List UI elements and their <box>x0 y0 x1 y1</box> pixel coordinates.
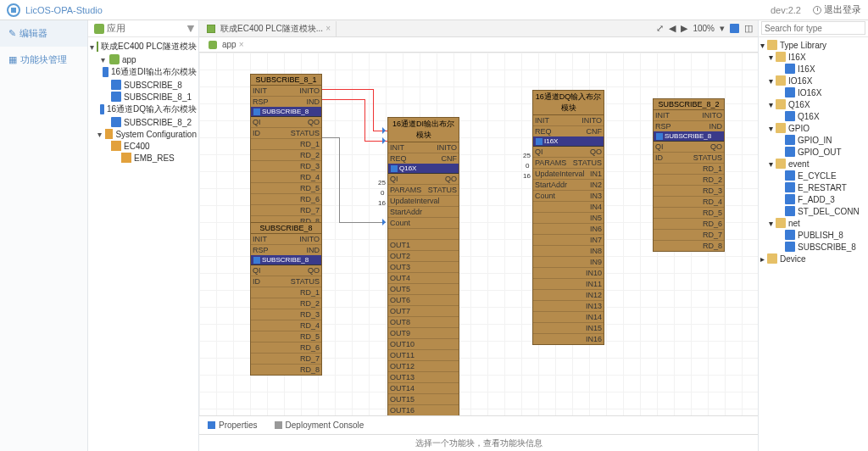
nav-editor[interactable]: ✎编辑器 <box>0 20 87 47</box>
type-search-input[interactable] <box>761 21 865 35</box>
rt-stdelconn[interactable]: ST_DEL_CONN <box>760 205 866 217</box>
rt-gpioout[interactable]: GPIO_OUT <box>760 146 866 158</box>
q16x-upd-value: 25 <box>378 179 386 187</box>
rt-io16x[interactable]: IO16X <box>760 86 866 98</box>
logout-icon <box>813 6 821 14</box>
fb-type: I16X <box>533 136 604 147</box>
next-icon[interactable]: ▶ <box>681 23 687 34</box>
prev-icon[interactable]: ◀ <box>669 23 676 34</box>
tree-row-root[interactable]: ▾联成EC400 PLC隧道模块组态 <box>90 40 197 53</box>
tree-header-label: 应用 <box>107 22 125 35</box>
rt-ecycle[interactable]: E_CYCLE <box>760 170 866 181</box>
rt-net-folder[interactable]: ▾net <box>760 217 866 229</box>
logout-button[interactable]: 退出登录 <box>813 3 861 16</box>
left-nav: ✎编辑器 ▦功能块管理 <box>0 20 88 451</box>
tree-header: 应用 ⯆ <box>88 20 198 37</box>
sub-tab-app[interactable]: app× <box>201 39 249 50</box>
layout-icon[interactable]: ◫ <box>744 23 753 34</box>
logout-label: 退出登录 <box>824 3 861 16</box>
tree-row-item-3[interactable]: 16通道DQ输入布尔模块 <box>90 103 197 116</box>
project-tree: ▾联成EC400 PLC隧道模块组态 ▾app 16通道DI输出布尔模块 SUB… <box>88 37 198 166</box>
editor-tabs: 联成EC400 PLC隧道模块...× ⤢ ◀ ▶ 100% ▾ ◫ <box>199 20 758 37</box>
editor-main: 联成EC400 PLC隧道模块...× ⤢ ◀ ▶ 100% ▾ ◫ app× … <box>199 20 758 451</box>
type-search-wrap <box>759 20 868 37</box>
rt-i16x-folder[interactable]: ▾I16X <box>760 51 866 63</box>
nav-fb-manage[interactable]: ▦功能块管理 <box>0 47 87 73</box>
tree-row-sysconf[interactable]: ▾System Configuration <box>90 128 197 140</box>
fb-type: Q16X <box>388 164 459 174</box>
properties-icon <box>208 421 215 429</box>
top-bar: LicOS-OPA-Studio dev:2.2 退出登录 <box>0 0 868 20</box>
fb-type: SUBSCRIBE_8 <box>251 107 321 117</box>
tree-row-ec400[interactable]: EC400 <box>90 140 197 152</box>
rt-q16x-folder[interactable]: ▾Q16X <box>760 98 866 110</box>
rt-subscribe8[interactable]: SUBSCRIBE_8 <box>760 241 866 253</box>
zoom-dropdown-icon[interactable]: ▾ <box>720 23 725 34</box>
tree-row-app[interactable]: ▾app <box>90 53 197 65</box>
save-icon[interactable] <box>730 24 739 33</box>
fb-q16x[interactable]: 16通道DI输出布尔模块 INITINITO REQCNF Q16X QIQO … <box>387 117 459 415</box>
version-label: dev:2.2 <box>771 5 801 15</box>
zoom-label[interactable]: 100% <box>693 24 715 33</box>
close-icon[interactable]: × <box>239 40 244 49</box>
q16x-start-value: 0 <box>381 189 384 197</box>
expand-out-icon[interactable]: ⤢ <box>656 23 664 34</box>
q16x-count-value: 16 <box>378 199 386 207</box>
i16x-start-value: 0 <box>526 162 529 170</box>
type-library-panel: ▾Type Library ▾I16X I16X ▾IO16X IO16X ▾Q… <box>758 20 868 451</box>
rt-erestart[interactable]: E_RESTART <box>760 181 866 193</box>
fb-title: SUBSCRIBE_8_2 <box>654 99 724 110</box>
tree-row-item-1[interactable]: SUBSCRIBE_8 <box>90 79 197 91</box>
fb-subscribe-8[interactable]: SUBSCRIBE_8 INITINITO RSPIND SUBSCRIBE_8… <box>250 222 322 376</box>
rt-i16x[interactable]: I16X <box>760 63 866 75</box>
status-bar: 选择一个功能块，查看功能块信息 <box>199 434 758 451</box>
rt-gpio-folder[interactable]: ▾GPIO <box>760 122 866 134</box>
tree-row-item-2[interactable]: SUBSCRIBE_8_1 <box>90 91 197 103</box>
rt-fadd3[interactable]: F_ADD_3 <box>760 193 866 205</box>
app-title: LicOS-OPA-Studio <box>25 5 103 15</box>
bottom-tabs: Properties Deployment Console <box>199 415 758 434</box>
editor-tab-project[interactable]: 联成EC400 PLC隧道模块...× <box>199 21 337 36</box>
project-tree-panel: 应用 ⯆ ▾联成EC400 PLC隧道模块组态 ▾app 16通道DI输出布尔模… <box>88 20 199 451</box>
fb-subscribe-8-2[interactable]: SUBSCRIBE_8_2 INITINITO RSPIND SUBSCRIBE… <box>653 98 725 252</box>
tree-row-item-4[interactable]: SUBSCRIBE_8_2 <box>90 116 197 128</box>
tab-properties[interactable]: Properties <box>199 418 266 432</box>
app-logo-icon <box>7 3 20 17</box>
fb-type: SUBSCRIBE_8 <box>251 255 321 265</box>
rt-typelib[interactable]: ▾Type Library <box>760 39 866 51</box>
app-icon <box>94 24 104 34</box>
rt-event-folder[interactable]: ▾event <box>760 158 866 170</box>
fb-title: 16通道DQ输入布尔模块 <box>533 91 604 115</box>
editor-sub-tabs: app× <box>199 37 758 53</box>
fb-title: SUBSCRIBE_8 <box>251 223 321 234</box>
rt-gpioin[interactable]: GPIO_IN <box>760 134 866 146</box>
fb-title: 16通道DI输出布尔模块 <box>388 118 459 142</box>
i16x-upd-value: 25 <box>523 152 531 159</box>
rt-publish8[interactable]: PUBLISH_8 <box>760 229 866 241</box>
fb-type: SUBSCRIBE_8 <box>654 131 724 142</box>
diagram-canvas[interactable]: SUBSCRIBE_8_1 INITINITO RSPIND SUBSCRIBE… <box>199 53 758 415</box>
deploy-icon <box>275 421 282 429</box>
type-tree: ▾Type Library ▾I16X I16X ▾IO16X IO16X ▾Q… <box>759 37 868 266</box>
tab-deployment[interactable]: Deployment Console <box>266 418 373 432</box>
close-icon[interactable]: × <box>326 24 331 33</box>
fb-title: SUBSCRIBE_8_1 <box>251 75 321 86</box>
i16x-count-value: 16 <box>523 172 531 180</box>
rt-io16x-folder[interactable]: ▾IO16X <box>760 75 866 86</box>
fb-subscribe-8-1[interactable]: SUBSCRIBE_8_1 INITINITO RSPIND SUBSCRIBE… <box>250 74 322 227</box>
tree-row-item-0[interactable]: 16通道DI输出布尔模块 <box>90 65 197 79</box>
tree-row-emb[interactable]: EMB_RES <box>90 152 197 164</box>
rt-device[interactable]: ▸Device <box>760 253 866 264</box>
tree-collapse-icon[interactable]: ⯆ <box>186 24 195 33</box>
fb-i16x[interactable]: 16通道DQ输入布尔模块 INITINITO REQCNF I16X QIQO … <box>532 90 604 345</box>
rt-q16x[interactable]: Q16X <box>760 110 866 122</box>
